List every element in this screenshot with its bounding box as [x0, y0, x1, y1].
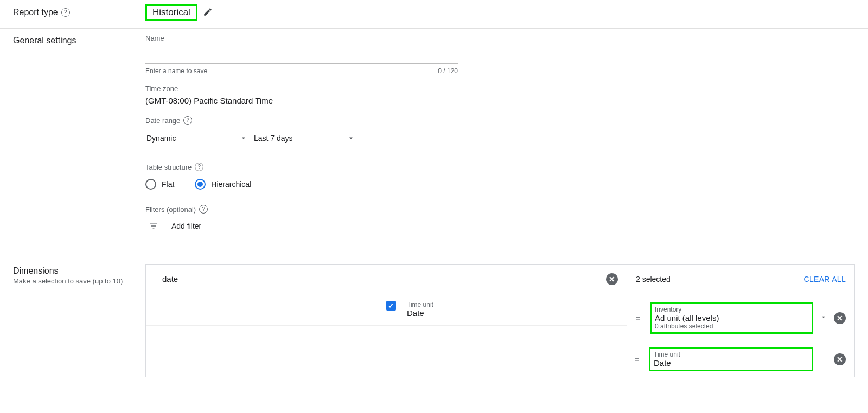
chevron-down-icon[interactable]: [820, 313, 827, 322]
drag-handle-icon[interactable]: =: [636, 314, 650, 322]
selected-item-name: Ad unit (all levels): [655, 313, 808, 322]
general-settings-label: General settings: [13, 34, 145, 243]
report-type-section: Report type ? Historical: [0, 0, 868, 29]
table-structure-label-text: Table structure: [145, 163, 192, 171]
date-range-mode-value: Dynamic: [146, 134, 176, 143]
name-placeholder-hint: Enter a name to save: [145, 67, 207, 75]
help-icon[interactable]: ?: [195, 163, 203, 171]
date-range-label-text: Date range: [145, 117, 180, 125]
clear-all-button[interactable]: CLEAR ALL: [804, 275, 846, 283]
table-structure-label: Table structure ?: [145, 163, 855, 171]
selected-item-category: Inventory: [655, 306, 808, 313]
report-type-label-text: Report type: [13, 8, 58, 17]
dimensions-search-input[interactable]: [161, 274, 606, 284]
dimensions-search-panel: ✕ ✓ Time unit Date: [146, 265, 627, 377]
name-label: Name: [145, 34, 855, 42]
help-icon[interactable]: ?: [183, 116, 192, 125]
filters-label-text: Filters (optional): [145, 205, 196, 214]
radio-icon-selected: [195, 179, 206, 190]
date-range-label: Date range ?: [145, 116, 855, 125]
radio-icon: [145, 179, 156, 190]
selected-count: 2 selected: [636, 275, 671, 283]
edit-icon[interactable]: [203, 7, 213, 18]
result-category: Time unit: [407, 301, 433, 308]
dimensions-result-item[interactable]: ✓ Time unit Date: [386, 301, 616, 318]
caret-down-icon: ▼: [348, 136, 354, 140]
radio-hierarchical[interactable]: Hierarchical: [195, 179, 251, 190]
help-icon[interactable]: ?: [61, 8, 70, 17]
name-char-counter: 0 / 120: [438, 67, 458, 75]
date-range-mode-dropdown[interactable]: Dynamic ▼: [145, 130, 247, 146]
dimensions-result-row: ✓ Time unit Date: [146, 293, 627, 326]
selected-item-category: Time unit: [654, 351, 808, 358]
radio-hierarchical-label: Hierarchical: [211, 180, 251, 189]
date-range-preset-value: Last 7 days: [254, 134, 293, 143]
result-name: Date: [407, 308, 433, 318]
help-icon[interactable]: ?: [199, 205, 208, 214]
checkbox-checked-icon[interactable]: ✓: [386, 301, 396, 311]
selected-item-date[interactable]: = Time unit Date ✕: [635, 347, 847, 371]
general-settings-title: General settings: [13, 36, 145, 46]
dimensions-subtitle: Make a selection to save (up to 10): [13, 277, 145, 285]
timezone-label: Time zone: [145, 85, 855, 93]
dimensions-selected-panel: 2 selected CLEAR ALL = Inventory Ad unit…: [627, 265, 854, 377]
add-filter-button[interactable]: Add filter: [145, 216, 458, 240]
timezone-value: (GMT-08:00) Pacific Standard Time: [145, 96, 855, 105]
drag-handle-icon[interactable]: =: [635, 355, 649, 364]
selected-item-name: Date: [654, 358, 808, 367]
filters-label: Filters (optional) ?: [145, 205, 855, 214]
dimensions-section: Dimensions Make a selection to save (up …: [0, 249, 868, 377]
remove-icon[interactable]: ✕: [834, 353, 846, 365]
add-filter-label: Add filter: [171, 222, 201, 230]
caret-down-icon: ▼: [241, 136, 246, 140]
radio-flat[interactable]: Flat: [145, 179, 174, 190]
date-range-preset-dropdown[interactable]: Last 7 days ▼: [253, 130, 355, 146]
dimensions-title: Dimensions: [13, 266, 145, 276]
dimensions-label: Dimensions Make a selection to save (up …: [13, 264, 145, 377]
clear-search-icon[interactable]: ✕: [606, 273, 618, 285]
filter-icon: [149, 221, 158, 231]
general-settings-section: General settings Name Enter a name to sa…: [0, 29, 868, 249]
selected-item-attr: 0 attributes selected: [655, 322, 808, 330]
name-input[interactable]: [145, 44, 458, 64]
report-type-label: Report type ?: [13, 8, 145, 17]
remove-icon[interactable]: ✕: [834, 312, 846, 324]
radio-flat-label: Flat: [162, 180, 174, 189]
selected-item-ad-unit[interactable]: = Inventory Ad unit (all levels) 0 attri…: [635, 299, 847, 337]
report-type-value: Historical: [145, 4, 197, 21]
